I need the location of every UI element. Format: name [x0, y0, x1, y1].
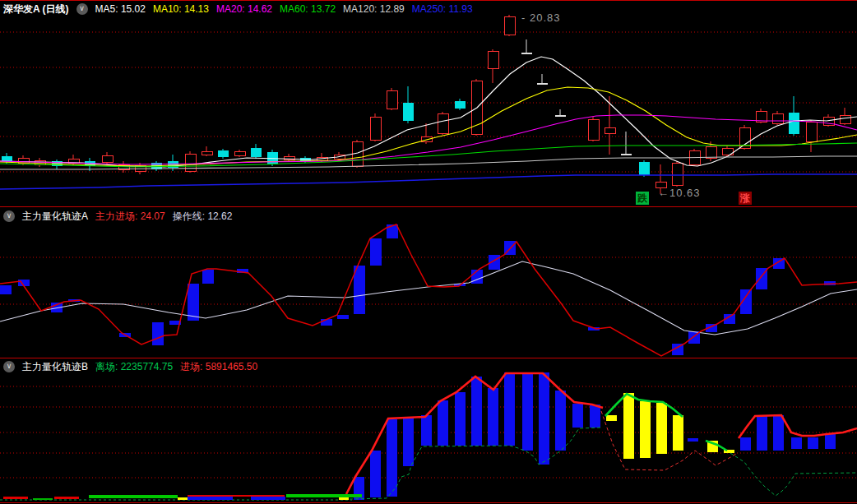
legend-item-MA10: MA10: 14.13 [153, 3, 209, 15]
top-frame-line [0, 0, 857, 1]
trading-app-window: 深华发A (日线) ∨ MA5: 15.02MA10: 14.13MA20: 1… [0, 0, 857, 504]
high-price-annotation: - 20.83 [521, 12, 560, 24]
indicator-a-title: 主力量化轨迹A [22, 210, 88, 224]
stock-title: 深华发A (日线) [3, 2, 69, 16]
indicator-a-legend: 主力进场: 24.07操作线: 12.62 [95, 210, 232, 224]
collapse-icon[interactable]: ∨ [3, 210, 15, 222]
legend-item-操作线: 操作线: 12.62 [173, 210, 233, 224]
indicator-b-legend: 离场: 2235774.75进场: 5891465.50 [95, 360, 257, 374]
ma-legend: MA5: 15.02MA10: 14.13MA20: 14.62MA60: 13… [95, 3, 473, 15]
legend-item-MA5: MA5: 15.02 [95, 3, 146, 15]
fall-badge: 跌 [636, 192, 649, 205]
collapse-icon[interactable]: ∨ [3, 361, 15, 372]
indicator-b-chart-canvas[interactable] [0, 358, 857, 502]
rise-badge: 涨 [739, 192, 752, 205]
bottom-frame-line [0, 502, 857, 503]
legend-item-进场: 进场: 5891465.50 [180, 360, 257, 374]
indicator-a-chart-canvas[interactable] [0, 207, 857, 358]
panel-separator-2[interactable] [0, 358, 857, 358]
indicator-b-header: ∨ 主力量化轨迹B 离场: 2235774.75进场: 5891465.50 [3, 359, 257, 374]
legend-item-MA60: MA60: 13.72 [280, 3, 336, 15]
collapse-icon[interactable]: ∨ [76, 3, 88, 15]
low-price-annotation: ←10.63 [658, 187, 701, 199]
legend-item-MA20: MA20: 14.62 [216, 3, 272, 15]
panel-separator-1[interactable] [0, 206, 857, 207]
legend-item-离场: 离场: 2235774.75 [95, 360, 173, 374]
legend-item-MA120: MA120: 12.89 [343, 3, 405, 15]
legend-item-MA250: MA250: 11.93 [412, 3, 473, 15]
main-price-chart-canvas[interactable] [0, 0, 857, 206]
main-chart-header: 深华发A (日线) ∨ MA5: 15.02MA10: 14.13MA20: 1… [3, 2, 473, 16]
indicator-b-title: 主力量化轨迹B [22, 360, 88, 374]
legend-item-主力进场: 主力进场: 24.07 [95, 210, 165, 224]
indicator-a-header: ∨ 主力量化轨迹A 主力进场: 24.07操作线: 12.62 [3, 209, 232, 224]
